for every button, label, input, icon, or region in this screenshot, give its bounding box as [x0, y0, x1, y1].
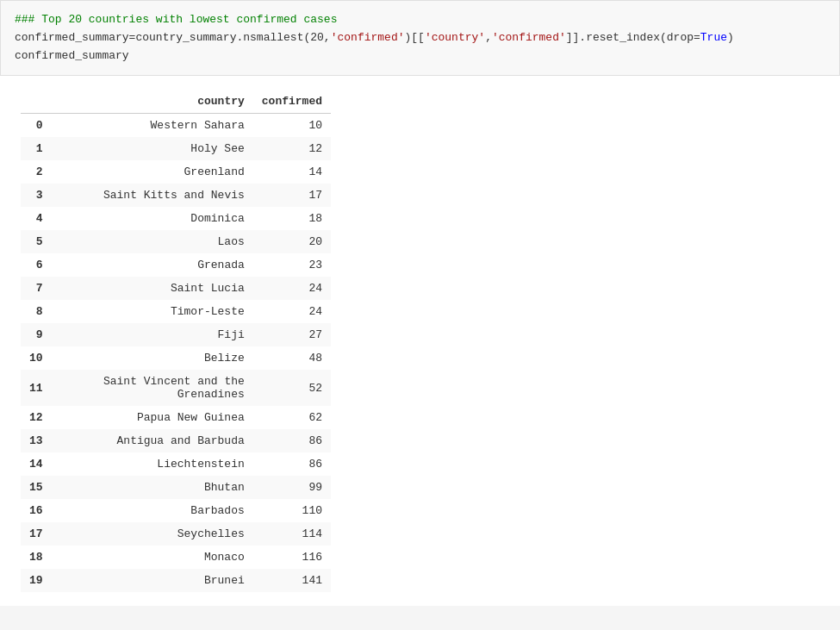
- row-confirmed: 116: [253, 546, 331, 569]
- row-confirmed: 18: [253, 207, 331, 230]
- table-row: 4Dominica18: [21, 207, 331, 230]
- row-confirmed: 114: [253, 522, 331, 546]
- table-row: 14Liechtenstein86: [21, 452, 331, 476]
- data-table: country confirmed 0Western Sahara101Holy…: [21, 90, 331, 592]
- table-row: 7Saint Lucia24: [21, 277, 331, 300]
- row-confirmed: 23: [253, 253, 331, 277]
- index-header: [21, 90, 60, 114]
- code-string-3: 'confirmed': [492, 31, 566, 44]
- row-confirmed: 52: [253, 370, 331, 406]
- row-country: Brunei: [60, 569, 253, 592]
- row-index: 19: [21, 569, 60, 592]
- row-confirmed: 48: [253, 346, 331, 370]
- row-country: Bhutan: [60, 476, 253, 499]
- row-index: 5: [21, 230, 60, 253]
- row-index: 8: [21, 300, 60, 323]
- country-header: country: [60, 90, 253, 114]
- table-row: 13Antigua and Barbuda86: [21, 429, 331, 452]
- code-suffix: ]].reset_index(drop=: [566, 31, 700, 44]
- table-row: 3Saint Kitts and Nevis17: [21, 184, 331, 207]
- row-country: Saint Lucia: [60, 277, 253, 300]
- row-index: 9: [21, 323, 60, 346]
- table-body: 0Western Sahara101Holy See122Greenland14…: [21, 114, 331, 593]
- code-block: ### Top 20 countries with lowest confirm…: [0, 0, 840, 76]
- code-keyword: True: [700, 31, 727, 44]
- row-index: 1: [21, 137, 60, 160]
- row-confirmed: 99: [253, 476, 331, 499]
- row-country: Saint Kitts and Nevis: [60, 184, 253, 207]
- table-row: 17Seychelles114: [21, 522, 331, 546]
- row-index: 18: [21, 546, 60, 569]
- code-middle: )[[: [405, 31, 425, 44]
- table-row: 2Greenland14: [21, 160, 331, 184]
- row-index: 3: [21, 184, 60, 207]
- table-row: 8Timor-Leste24: [21, 300, 331, 323]
- table-row: 1Holy See12: [21, 137, 331, 160]
- row-country: Seychelles: [60, 522, 253, 546]
- table-row: 9Fiji27: [21, 323, 331, 346]
- table-row: 5Laos20: [21, 230, 331, 253]
- row-confirmed: 110: [253, 499, 331, 522]
- confirmed-header: confirmed: [253, 90, 331, 114]
- row-confirmed: 62: [253, 406, 331, 429]
- table-row: 18Monaco116: [21, 546, 331, 569]
- table-row: 6Grenada23: [21, 253, 331, 277]
- row-country: Monaco: [60, 546, 253, 569]
- row-index: 0: [21, 114, 60, 138]
- row-index: 7: [21, 277, 60, 300]
- table-row: 19Brunei141: [21, 569, 331, 592]
- row-index: 17: [21, 522, 60, 546]
- row-confirmed: 141: [253, 569, 331, 592]
- comment-text: ### Top 20 countries with lowest confirm…: [15, 13, 337, 26]
- row-index: 12: [21, 406, 60, 429]
- row-country: Dominica: [60, 207, 253, 230]
- row-confirmed: 12: [253, 137, 331, 160]
- row-country: Papua New Guinea: [60, 406, 253, 429]
- code-variable: confirmed_summary=country_summary.nsmall…: [15, 31, 331, 44]
- table-container: country confirmed 0Western Sahara101Holy…: [0, 76, 840, 606]
- code-comma: ,: [485, 31, 492, 44]
- row-index: 14: [21, 452, 60, 476]
- code-string-2: 'country': [425, 31, 485, 44]
- row-country: Greenland: [60, 160, 253, 184]
- row-index: 10: [21, 346, 60, 370]
- row-confirmed: 17: [253, 184, 331, 207]
- row-country: Timor-Leste: [60, 300, 253, 323]
- table-row: 11Saint Vincent and the Grenadines52: [21, 370, 331, 406]
- row-country: Laos: [60, 230, 253, 253]
- table-row: 16Barbados110: [21, 499, 331, 522]
- row-country: Western Sahara: [60, 114, 253, 138]
- row-country: Antigua and Barbuda: [60, 429, 253, 452]
- row-index: 16: [21, 499, 60, 522]
- row-index: 15: [21, 476, 60, 499]
- row-confirmed: 86: [253, 452, 331, 476]
- row-index: 2: [21, 160, 60, 184]
- row-country: Saint Vincent and the Grenadines: [60, 370, 253, 406]
- code-line-1: confirmed_summary=country_summary.nsmall…: [15, 29, 825, 47]
- code-variable-2: confirmed_summary: [15, 49, 129, 62]
- row-confirmed: 27: [253, 323, 331, 346]
- row-index: 4: [21, 207, 60, 230]
- row-confirmed: 14: [253, 160, 331, 184]
- code-end: ): [727, 31, 734, 44]
- row-country: Fiji: [60, 323, 253, 346]
- row-country: Barbados: [60, 499, 253, 522]
- comment-line: ### Top 20 countries with lowest confirm…: [15, 11, 825, 29]
- row-confirmed: 86: [253, 429, 331, 452]
- row-index: 6: [21, 253, 60, 277]
- table-row: 15Bhutan99: [21, 476, 331, 499]
- table-row: 12Papua New Guinea62: [21, 406, 331, 429]
- code-string-1: 'confirmed': [331, 31, 405, 44]
- row-confirmed: 20: [253, 230, 331, 253]
- row-index: 13: [21, 429, 60, 452]
- row-country: Holy See: [60, 137, 253, 160]
- row-confirmed: 10: [253, 114, 331, 138]
- row-country: Grenada: [60, 253, 253, 277]
- code-line-2: confirmed_summary: [15, 47, 825, 65]
- table-row: 10Belize48: [21, 346, 331, 370]
- row-country: Liechtenstein: [60, 452, 253, 476]
- row-index: 11: [21, 370, 60, 406]
- row-confirmed: 24: [253, 300, 331, 323]
- row-confirmed: 24: [253, 277, 331, 300]
- row-country: Belize: [60, 346, 253, 370]
